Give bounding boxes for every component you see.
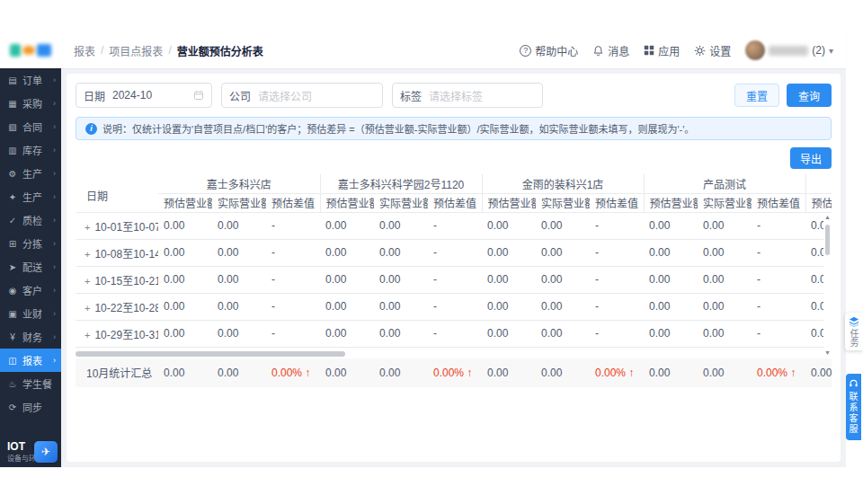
table-row: +10-01至10-070.000.00-0.000.00-0.000.00-0… (76, 212, 832, 239)
company-label: 公司 (229, 88, 251, 103)
row-date: 10-22至10-28 (94, 302, 158, 314)
sidebar-item-3[interactable]: ▥库存› (0, 138, 61, 162)
sub-header: 预估营业额 (644, 193, 698, 212)
app-logo[interactable] (0, 32, 61, 68)
cell-value: 0.00 (536, 212, 590, 239)
vertical-scrollbar[interactable]: ▲ ▼ (823, 214, 832, 356)
query-button[interactable]: 查询 (787, 84, 832, 107)
cell-value: - (752, 320, 805, 347)
chevron-down-icon: ▾ (829, 46, 833, 56)
chevron-right-icon: › (53, 122, 56, 131)
chevron-right-icon: › (53, 309, 56, 318)
expand-toggle[interactable]: + (85, 222, 90, 233)
sidebar-item-8[interactable]: ➤配送› (0, 255, 61, 279)
cell-value: - (266, 293, 320, 320)
cell-value: 0.00 (482, 320, 536, 347)
cell-value: 0.00 (212, 212, 266, 239)
sidebar-item-2[interactable]: ▧合同› (0, 115, 61, 138)
sidebar-item-5[interactable]: ✦生产› (0, 185, 61, 208)
production2-icon: ✦ (7, 192, 18, 202)
sidebar-item-1[interactable]: ▦采购› (0, 92, 61, 115)
tag-placeholder: 请选择标签 (429, 88, 535, 103)
help-center-button[interactable]: ? 帮助中心 (520, 43, 578, 58)
summary-cell: 0.00 (536, 358, 590, 387)
sidebar-item-9[interactable]: ◉客户› (0, 279, 61, 302)
logo-shape-blue (37, 44, 51, 57)
chevron-right-icon: › (53, 262, 56, 271)
tag-select[interactable]: 标签 请选择标签 (392, 83, 543, 108)
expand-toggle[interactable]: + (85, 330, 90, 340)
task-widget[interactable]: 任务 (845, 313, 863, 350)
expand-toggle[interactable]: + (85, 249, 90, 260)
user-menu[interactable]: (2) ▾ (745, 40, 833, 60)
cell-value: 0.00 (482, 293, 536, 320)
summary-cell: 0.00% ↑ (266, 358, 320, 387)
customer-icon: ◉ (7, 286, 18, 296)
export-button[interactable]: 导出 (790, 147, 832, 169)
chevron-right-icon: › (53, 75, 56, 84)
settings-button[interactable]: 设置 (694, 43, 731, 58)
sorting-icon: ⊞ (7, 239, 18, 249)
cell-value: 0.00 (320, 293, 374, 320)
sidebar-item-label: 客户 (22, 283, 49, 297)
sidebar-item-6[interactable]: ✓质检› (0, 208, 61, 232)
export-row: 导出 (76, 147, 832, 169)
apps-button[interactable]: 应用 (644, 43, 680, 58)
cell-value: 0.00 (698, 320, 752, 347)
sidebar-item-11[interactable]: ¥财务› (0, 325, 61, 349)
sidebar-item-0[interactable]: ▤订单› (0, 68, 61, 92)
cell-value: 0.00 (644, 293, 698, 320)
company-select[interactable]: 公司 请选择公司 (221, 83, 383, 108)
sidebar-item-14[interactable]: ⟳同步 (0, 395, 61, 419)
summary-cell: 0.00 (374, 358, 428, 387)
sidebar-item-label: 采购 (22, 96, 49, 111)
quality-icon: ✓ (7, 216, 18, 225)
breadcrumb-item[interactable]: 报表 (74, 43, 95, 58)
h-scroll-thumb[interactable] (76, 351, 345, 357)
layers-icon (848, 316, 860, 327)
sidebar-item-10[interactable]: ▣业财› (0, 302, 61, 325)
iot-device-icon[interactable]: ✈ (34, 441, 58, 463)
group-header-0: 嘉士多科兴店 (158, 174, 320, 193)
sub-header: 预估营业额 (805, 193, 832, 212)
sidebar-item-4[interactable]: ⚙生产› (0, 162, 61, 185)
reset-button[interactable]: 重置 (734, 84, 779, 107)
chevron-right-icon: › (53, 146, 56, 155)
notice-banner: i 说明：仅统计设置为'自营项目点/档口'的客户；预估差异 =（预估营业额-实际… (76, 117, 832, 140)
cell-value: 0.00 (158, 293, 212, 320)
info-icon: i (85, 123, 97, 135)
date-picker[interactable]: 日期 2024-10 (76, 83, 212, 108)
contract-icon: ▧ (7, 122, 18, 132)
v-scroll-thumb[interactable] (825, 225, 830, 255)
bell-icon (592, 45, 604, 57)
scroll-up-arrow[interactable]: ▲ (823, 214, 832, 220)
breadcrumb: 报表 / 项目点报表 / 营业额预估分析表 (74, 43, 263, 58)
row-date: 10-15至10-21 (94, 275, 158, 287)
messages-button[interactable]: 消息 (592, 43, 629, 58)
studentmeal-icon: ♨ (7, 379, 18, 389)
sub-header: 预估差值 (590, 193, 644, 212)
cell-value: 0.00 (320, 212, 374, 239)
contact-support-widget[interactable]: 联系客服 (846, 374, 861, 440)
apps-label: 应用 (658, 43, 680, 58)
sidebar-item-13[interactable]: ♨学生餐 (0, 372, 61, 395)
cell-value: - (590, 293, 644, 320)
cell-value: - (266, 212, 320, 239)
cell-value: 0.00 (320, 239, 374, 266)
sidebar-item-7[interactable]: ⊞分拣› (0, 232, 61, 255)
sidebar-item-label: 库存 (22, 143, 49, 157)
expand-toggle[interactable]: + (85, 303, 90, 314)
cell-value: 0.00 (212, 320, 266, 347)
sub-header: 预估营业额 (320, 193, 374, 212)
sidebar-item-12[interactable]: ◫报表› (0, 349, 61, 372)
sidebar-item-label: 生产 (22, 166, 49, 181)
expand-toggle[interactable]: + (85, 276, 90, 287)
sidebar-item-label: 财务 (22, 330, 49, 344)
scroll-down-arrow[interactable]: ▼ (823, 349, 832, 356)
app-window: 报表 / 项目点报表 / 营业额预估分析表 ? 帮助中心 消息 应用 设置 (0, 0, 846, 504)
horizontal-scrollbar[interactable]: › (76, 349, 832, 358)
breadcrumb-item[interactable]: 项目点报表 (109, 43, 163, 58)
gear-icon (694, 45, 706, 57)
iot-section[interactable]: IOT 设备与环境 ✈ (0, 437, 61, 467)
cell-value: 0.00 (320, 320, 374, 347)
